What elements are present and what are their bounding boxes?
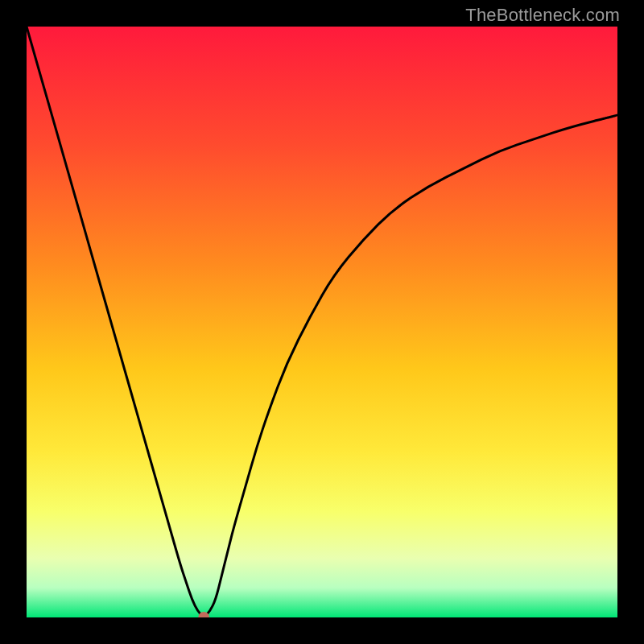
chart-svg: [27, 27, 617, 617]
plot-area: [27, 27, 617, 617]
chart-frame: TheBottleneck.com: [0, 0, 644, 644]
gradient-background: [27, 27, 617, 617]
watermark-text: TheBottleneck.com: [465, 5, 620, 26]
